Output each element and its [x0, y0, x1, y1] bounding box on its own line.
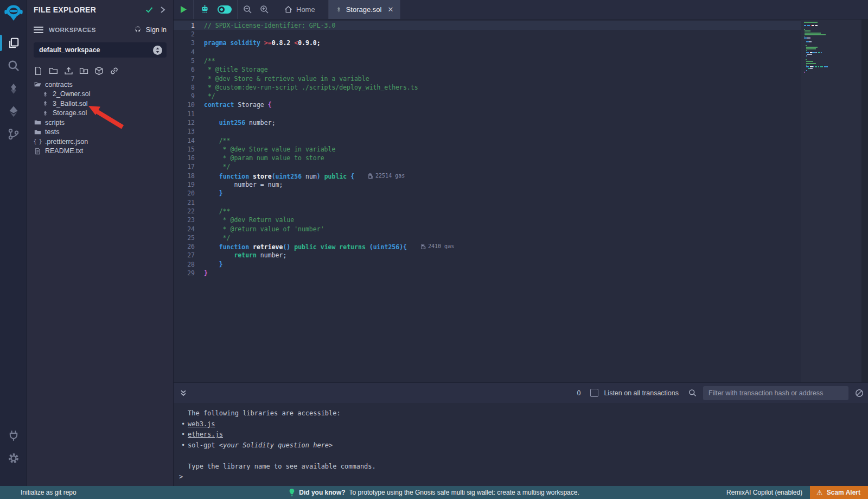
tree-item-storage-sol[interactable]: Storage.sol	[27, 109, 173, 118]
code-text: }	[204, 189, 801, 198]
file-explorer-panel: FILE EXPLORER WORKSPACES Sign in default…	[27, 0, 174, 486]
import-url-icon[interactable]	[110, 66, 119, 75]
new-folder-icon[interactable]	[49, 66, 58, 75]
scam-alert-button[interactable]: ⚠ Scam Alert	[810, 486, 868, 499]
tree-item-readme-txt[interactable]: README.txt	[27, 147, 173, 156]
code-line-13[interactable]: 13	[174, 127, 801, 136]
github-signin-button[interactable]: Sign in	[135, 26, 167, 34]
tree-item-label: Storage.sol	[53, 109, 87, 117]
code-line-2[interactable]: 2	[174, 30, 801, 39]
tree-item--prettierrc-json[interactable]: { }.prettierrc.json	[27, 137, 173, 147]
sidebar-icon-solidity-compiler-icon[interactable]	[0, 77, 27, 100]
code-line-7[interactable]: 7 * @dev Store & retrieve value in a var…	[174, 74, 801, 83]
code-text: */	[204, 92, 801, 100]
code-text: * @dev Store & retrieve value in a varia…	[204, 74, 801, 83]
copilot-toggle[interactable]	[218, 5, 232, 14]
code-line-23[interactable]: 23 * @dev Return value	[174, 216, 801, 224]
upload-folder-icon[interactable]	[79, 66, 88, 75]
load-ipfs-icon[interactable]	[94, 66, 104, 75]
tree-item-3-ballot-sol[interactable]: 3_Ballot.sol	[27, 99, 173, 109]
code-line-11[interactable]: 11	[174, 110, 801, 118]
git-init-button[interactable]: Initialize as git repo	[0, 489, 76, 496]
status-bar: Initialize as git repo Did you know? To …	[0, 486, 868, 499]
close-tab-icon[interactable]: ✕	[387, 5, 393, 14]
code-line-22[interactable]: 22 /**	[174, 207, 801, 216]
listen-all-label: Listen on all transactions	[604, 389, 679, 397]
chevron-right-icon[interactable]	[159, 6, 167, 14]
code-line-18[interactable]: 18 function store(uint256 num) public {2…	[174, 172, 801, 180]
transaction-filter-input[interactable]	[703, 386, 848, 400]
sidebar-icon-plugin-manager-icon[interactable]	[0, 424, 27, 447]
code-line-24[interactable]: 24 * @return value of 'number'	[174, 225, 801, 233]
line-number: 8	[174, 83, 204, 92]
code-line-4[interactable]: 4	[174, 48, 801, 56]
solidity-icon	[41, 90, 49, 98]
code-editor[interactable]: 1// SPDX-License-Identifier: GPL-3.023pr…	[174, 20, 868, 383]
sidebar-icon-deploy-run-icon[interactable]	[0, 100, 27, 123]
remix-logo-icon[interactable]	[3, 3, 24, 24]
terminal-prompt[interactable]: >	[179, 472, 868, 482]
line-number: 27	[174, 251, 204, 260]
solidity-icon	[41, 100, 49, 108]
code-line-1[interactable]: 1// SPDX-License-Identifier: GPL-3.0	[174, 21, 801, 30]
code-line-3[interactable]: 3pragma solidity >=0.8.2 <0.9.0;	[174, 39, 801, 47]
code-line-28[interactable]: 28 }	[174, 260, 801, 269]
line-number: 19	[174, 180, 204, 189]
code-line-8[interactable]: 8 * @custom:dev-run-script ./scripts/dep…	[174, 83, 801, 92]
tree-item-tests[interactable]: tests	[27, 128, 173, 137]
tab-storage-sol[interactable]: Storage.sol ✕	[329, 0, 401, 19]
run-script-button[interactable]	[179, 5, 188, 14]
code-text: number = num;	[204, 180, 801, 189]
line-number: 25	[174, 233, 204, 242]
listen-all-checkbox[interactable]	[590, 389, 598, 397]
code-text: pragma solidity >=0.8.2 <0.9.0;	[204, 39, 801, 47]
code-line-27[interactable]: 27 return number;	[174, 251, 801, 260]
tree-item-contracts[interactable]: contracts	[27, 80, 173, 90]
code-line-16[interactable]: 16 * @param num value to store	[174, 154, 801, 162]
minimap[interactable]	[801, 20, 861, 383]
clear-console-icon[interactable]	[855, 389, 864, 397]
code-line-12[interactable]: 12 uint256 number;	[174, 118, 801, 127]
upload-files-icon[interactable]	[64, 66, 73, 75]
code-line-29[interactable]: 29}	[174, 269, 801, 277]
sidebar-icon-search-icon[interactable]	[0, 54, 27, 77]
tree-item-2-owner-sol[interactable]: 2_Owner.sol	[27, 90, 173, 99]
terminal-collapse-icon[interactable]	[179, 389, 188, 397]
code-line-5[interactable]: 5/**	[174, 56, 801, 65]
terminal[interactable]: The following libraries are accessible:w…	[174, 403, 868, 486]
hamburger-menu-icon[interactable]	[34, 27, 43, 33]
sidebar-icon-file-explorer-icon[interactable]	[0, 31, 27, 54]
panel-header: FILE EXPLORER	[27, 0, 173, 20]
copilot-status[interactable]: RemixAI Copilot (enabled)	[726, 489, 802, 496]
workspace-select[interactable]: default_workspace	[34, 42, 167, 58]
code-line-9[interactable]: 9 */	[174, 92, 801, 100]
code-line-19[interactable]: 19 number = num;	[174, 180, 801, 189]
remix-ide-window: FILE EXPLORER WORKSPACES Sign in default…	[0, 0, 868, 499]
zoom-in-icon[interactable]	[260, 5, 269, 14]
tree-item-scripts[interactable]: scripts	[27, 118, 173, 128]
terminal-link[interactable]: web3.js	[188, 420, 215, 428]
terminal-search-icon[interactable]	[688, 389, 697, 397]
code-line-25[interactable]: 25 */	[174, 233, 801, 242]
code-text: function store(uint256 num) public {2251…	[204, 172, 801, 180]
home-tab[interactable]: Home	[277, 5, 323, 14]
code-line-17[interactable]: 17 */	[174, 162, 801, 171]
code-text: function retrieve() public view returns …	[204, 242, 801, 251]
code-line-10[interactable]: 10contract Storage {	[174, 100, 801, 109]
ai-copilot-robot-icon[interactable]	[199, 4, 210, 15]
code-line-15[interactable]: 15 * @dev Store value in variable	[174, 145, 801, 154]
code-line-26[interactable]: 26 function retrieve() public view retur…	[174, 242, 801, 251]
scrollbar-track[interactable]	[861, 20, 868, 383]
sidebar-icon-git-icon[interactable]	[0, 123, 27, 146]
code-line-14[interactable]: 14 /**	[174, 136, 801, 145]
line-number: 9	[174, 92, 204, 100]
code-line-6[interactable]: 6 * @title Storage	[174, 65, 801, 74]
new-file-icon[interactable]	[34, 66, 43, 75]
line-number: 18	[174, 172, 204, 180]
sidebar-icon-settings-icon[interactable]	[0, 447, 27, 470]
code-line-21[interactable]: 21	[174, 198, 801, 207]
zoom-out-icon[interactable]	[243, 5, 252, 14]
code-line-20[interactable]: 20 }	[174, 189, 801, 198]
terminal-link[interactable]: ethers.js	[188, 431, 223, 438]
line-number: 5	[174, 56, 204, 65]
